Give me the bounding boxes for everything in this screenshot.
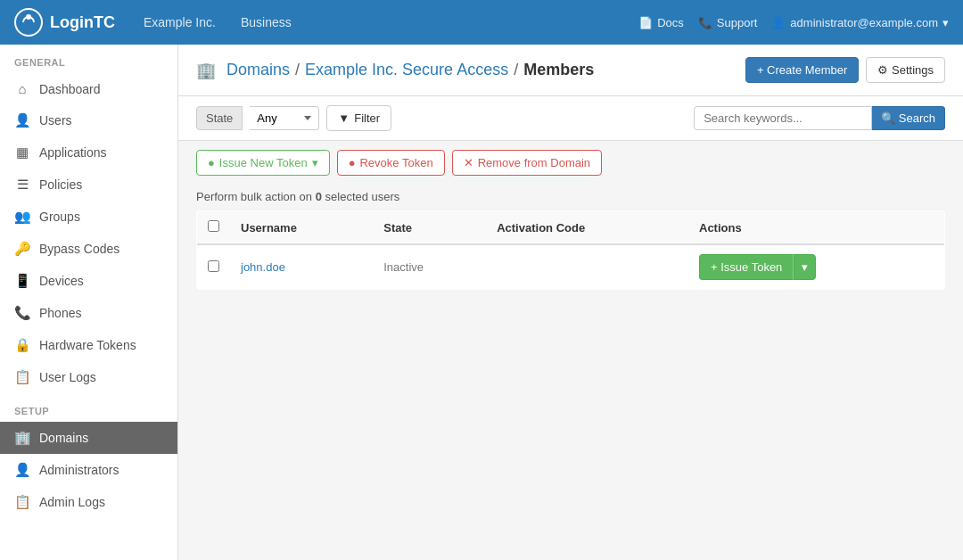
plus-icon: ● — [208, 156, 215, 169]
sidebar-item-administrators[interactable]: 👤 Administrators — [0, 454, 177, 486]
logo-text: LoginTC — [50, 13, 115, 32]
issue-new-token-button[interactable]: ● Issue New Token ▾ — [196, 150, 330, 176]
sidebar-item-users[interactable]: 👤 Users — [0, 104, 177, 136]
dropdown-caret-icon: ▾ — [312, 156, 318, 169]
sidebar-item-label: Admin Logs — [39, 495, 105, 509]
svg-point-0 — [15, 9, 42, 36]
general-section-label: GENERAL — [0, 45, 177, 73]
issue-token-row-button[interactable]: + Issue Token — [699, 254, 794, 280]
activation-code-cell — [486, 244, 688, 290]
bulk-info: Perform bulk action on 0 selected users — [178, 190, 963, 210]
domains-icon: 🏢 — [14, 430, 30, 446]
sidebar-item-groups[interactable]: 👥 Groups — [0, 201, 177, 233]
search-group: 🔍 Search — [694, 106, 945, 130]
sidebar-item-policies[interactable]: ☰ Policies — [0, 169, 177, 201]
table-header-row: Username State Activation Code Actions — [197, 211, 945, 245]
search-button[interactable]: 🔍 Search — [872, 106, 945, 130]
sidebar-item-label: Users — [39, 113, 72, 128]
user-icon: 👤 — [771, 16, 786, 29]
docs-icon: 📄 — [638, 16, 653, 29]
breadcrumb-sep-1: / — [295, 61, 300, 79]
sidebar-item-label: Applications — [39, 145, 107, 160]
breadcrumb: 🏢 Domains / Example Inc. Secure Access /… — [196, 61, 594, 80]
applications-icon: ▦ — [14, 144, 30, 161]
admin-logs-icon: 📋 — [14, 494, 30, 510]
product-name-link[interactable]: Business — [230, 10, 302, 35]
filter-icon: ▼ — [338, 111, 350, 125]
username-column-header: Username — [230, 211, 373, 245]
sidebar-item-label: User Logs — [39, 370, 96, 384]
actions-column-header: Actions — [688, 211, 945, 245]
state-value: Inactive — [383, 260, 424, 274]
layout: GENERAL ⌂ Dashboard 👤 Users ▦ Applicatio… — [0, 45, 963, 560]
sidebar-item-devices[interactable]: 📱 Devices — [0, 265, 177, 297]
devices-icon: 📱 — [14, 273, 30, 289]
administrators-icon: 👤 — [14, 462, 30, 478]
settings-button[interactable]: ⚙ Settings — [866, 57, 945, 83]
breadcrumb-domains-icon: 🏢 — [196, 61, 216, 80]
caret-down-icon: ▾ — [802, 260, 808, 274]
bulk-actions: ● Issue New Token ▾ ● Revoke Token ✕ Rem… — [178, 141, 963, 185]
members-table: Username State Activation Code Actions j… — [196, 210, 945, 290]
revoke-icon: ● — [349, 156, 356, 169]
sidebar-item-bypass-codes[interactable]: 🔑 Bypass Codes — [0, 233, 177, 265]
sidebar-item-label: Devices — [39, 274, 84, 288]
hardware-tokens-icon: 🔒 — [14, 337, 30, 353]
username-link[interactable]: john.doe — [241, 260, 285, 274]
state-column-header: State — [373, 211, 486, 245]
username-cell: john.doe — [230, 244, 373, 290]
selected-count: 0 — [316, 190, 322, 203]
user-logs-icon: 📋 — [14, 369, 30, 385]
issue-token-caret-button[interactable]: ▾ — [794, 254, 816, 280]
table-row: john.doe Inactive + Issue Token — [197, 244, 945, 290]
state-filter-label: State — [196, 106, 243, 130]
search-input[interactable] — [694, 106, 872, 130]
top-navigation: LoginTC Example Inc. Business 📄 Docs 📞 S… — [0, 0, 963, 45]
users-icon: 👤 — [14, 112, 30, 128]
row-checkbox-cell — [197, 244, 231, 290]
sidebar-item-label: Phones — [39, 306, 81, 320]
page-header: 🏢 Domains / Example Inc. Secure Access /… — [178, 45, 963, 96]
header-actions: + Create Member ⚙ Settings — [745, 57, 945, 83]
policies-icon: ☰ — [14, 177, 30, 193]
org-name-link[interactable]: Example Inc. — [133, 10, 226, 35]
sidebar-item-applications[interactable]: ▦ Applications — [0, 136, 177, 169]
sidebar-item-admin-logs[interactable]: 📋 Admin Logs — [0, 486, 177, 518]
select-all-checkbox[interactable] — [208, 220, 219, 232]
state-filter-select[interactable]: Any Active Inactive — [250, 106, 319, 130]
breadcrumb-domain-link[interactable]: Example Inc. Secure Access — [305, 61, 508, 79]
create-member-button[interactable]: + Create Member — [745, 57, 860, 83]
revoke-token-button[interactable]: ● Revoke Token — [337, 150, 445, 176]
sidebar-item-label: Hardware Tokens — [39, 338, 136, 352]
sidebar-item-user-logs[interactable]: 📋 User Logs — [0, 361, 177, 393]
sidebar-item-hardware-tokens[interactable]: 🔒 Hardware Tokens — [0, 329, 177, 361]
state-cell: Inactive — [373, 244, 486, 290]
breadcrumb-sep-2: / — [514, 61, 518, 79]
docs-link[interactable]: 📄 Docs — [638, 16, 684, 29]
activation-code-column-header: Activation Code — [486, 211, 688, 245]
issue-token-dropdown: + Issue Token ▾ — [699, 254, 816, 280]
dashboard-icon: ⌂ — [14, 81, 30, 96]
filter-button[interactable]: ▼ Filter — [326, 105, 391, 131]
sidebar-item-domains[interactable]: 🏢 Domains — [0, 422, 177, 454]
bypass-codes-icon: 🔑 — [14, 241, 30, 257]
setup-section-label: SETUP — [0, 393, 177, 422]
phones-icon: 📞 — [14, 305, 30, 321]
remove-from-domain-button[interactable]: ✕ Remove from Domain — [452, 150, 602, 176]
breadcrumb-domains-link[interactable]: Domains — [226, 61, 290, 79]
logo[interactable]: LoginTC — [14, 8, 115, 37]
top-nav-links: Example Inc. Business — [133, 10, 638, 35]
phone-icon: 📞 — [698, 16, 712, 29]
sidebar-item-phones[interactable]: 📞 Phones — [0, 297, 177, 329]
select-all-header — [197, 211, 231, 245]
toolbar: State Any Active Inactive ▼ Filter 🔍 Sea… — [178, 96, 963, 141]
sidebar: GENERAL ⌂ Dashboard 👤 Users ▦ Applicatio… — [0, 45, 178, 560]
groups-icon: 👥 — [14, 209, 30, 225]
support-link[interactable]: 📞 Support — [698, 16, 758, 29]
main-content: 🏢 Domains / Example Inc. Secure Access /… — [178, 45, 963, 560]
sidebar-item-dashboard[interactable]: ⌂ Dashboard — [0, 73, 177, 104]
row-checkbox[interactable] — [208, 260, 219, 272]
table-container: Username State Activation Code Actions j… — [178, 210, 963, 290]
user-menu[interactable]: 👤 administrator@example.com ▾ — [771, 16, 949, 29]
logo-icon — [14, 8, 43, 37]
